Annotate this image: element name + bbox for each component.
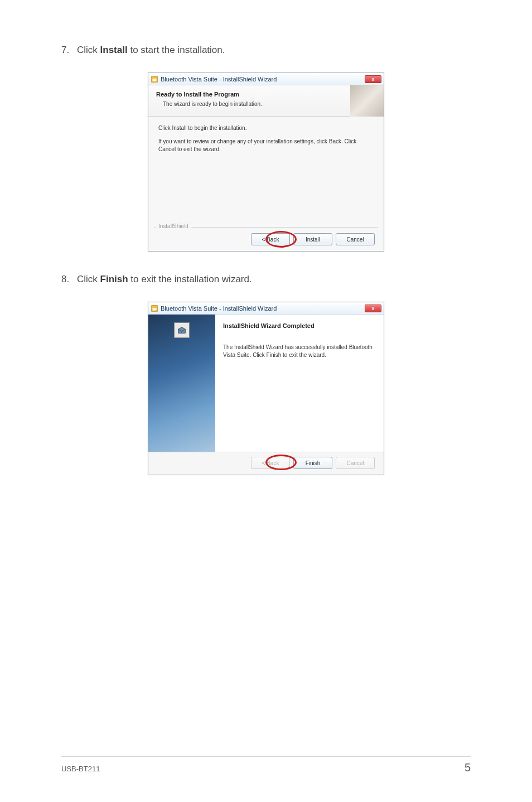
step-7-post: to start the installation. bbox=[128, 45, 225, 55]
document-page: 7.Click Install to start the installatio… bbox=[0, 0, 532, 802]
cancel-button: Cancel bbox=[336, 457, 375, 469]
open-box-icon bbox=[174, 322, 190, 338]
step-7-text: 7.Click Install to start the installatio… bbox=[61, 45, 471, 56]
finish-button[interactable]: Finish bbox=[293, 457, 332, 469]
back-button: < Back bbox=[251, 457, 290, 469]
screenshot-2-wrap: Bluetooth Vista Suite - InstallShield Wi… bbox=[61, 302, 471, 475]
titlebar: Bluetooth Vista Suite - InstallShield Wi… bbox=[148, 73, 384, 85]
step-8-bold: Finish bbox=[100, 274, 128, 284]
page-footer: USB-BT211 5 bbox=[61, 756, 471, 774]
dialog1-title: Bluetooth Vista Suite - InstallShield Wi… bbox=[161, 76, 365, 83]
completed-title: InstallShield Wizard Completed bbox=[223, 322, 376, 329]
close-icon[interactable]: x bbox=[365, 305, 381, 312]
svg-rect-3 bbox=[153, 308, 157, 310]
wizard-side-graphic bbox=[148, 315, 215, 452]
dialog1-button-row-wrap: < Back Install Cancel bbox=[154, 233, 378, 245]
dialog1-body: Click Install to begin the installation.… bbox=[148, 117, 384, 223]
dialog2-body: InstallShield Wizard Completed The Insta… bbox=[148, 315, 384, 452]
screenshot-1-wrap: Bluetooth Vista Suite - InstallShield Wi… bbox=[61, 73, 471, 252]
titlebar-2: Bluetooth Vista Suite - InstallShield Wi… bbox=[148, 302, 384, 315]
step-8: 8.Click Finish to exit the installation … bbox=[61, 274, 471, 285]
completed-body: The InstallShield Wizard has successfull… bbox=[223, 344, 376, 359]
footer-divider: InstallShield bbox=[154, 227, 378, 228]
dialog2-title: Bluetooth Vista Suite - InstallShield Wi… bbox=[161, 305, 365, 312]
dialog2-footer: < Back Finish Cancel bbox=[148, 452, 384, 475]
dialog1-body-line1: Click Install to begin the installation. bbox=[158, 124, 374, 132]
step-8-post: to exit the installation wizard. bbox=[128, 274, 252, 284]
dialog2-content: InstallShield Wizard Completed The Insta… bbox=[215, 315, 384, 452]
header-graphic bbox=[350, 85, 384, 117]
footer-left: USB-BT211 bbox=[61, 765, 100, 773]
back-button[interactable]: < Back bbox=[251, 233, 290, 245]
svg-rect-1 bbox=[153, 79, 157, 81]
dialog1-footer: InstallShield < Back Install Cancel bbox=[148, 223, 384, 251]
dialog1-header-sub: The wizard is ready to begin installatio… bbox=[156, 101, 376, 107]
install-dialog-ready: Bluetooth Vista Suite - InstallShield Wi… bbox=[148, 73, 384, 252]
step-7-bold: Install bbox=[100, 45, 128, 55]
dialog1-header-title: Ready to Install the Program bbox=[156, 91, 376, 98]
dialog2-button-row: < Back Finish Cancel bbox=[154, 457, 378, 469]
install-button[interactable]: Install bbox=[293, 233, 332, 245]
footer-row: USB-BT211 5 bbox=[61, 761, 471, 774]
close-icon[interactable]: x bbox=[365, 75, 381, 83]
page-number: 5 bbox=[465, 761, 471, 774]
cancel-button[interactable]: Cancel bbox=[336, 233, 375, 245]
dialog1-body-line2: If you want to review or change any of y… bbox=[158, 138, 374, 153]
step-8-number: 8. bbox=[61, 274, 77, 285]
installer-icon bbox=[151, 75, 158, 83]
installer-icon bbox=[151, 305, 158, 312]
dialog1-button-row: < Back Install Cancel bbox=[154, 233, 378, 245]
dialog1-header: Ready to Install the Program The wizard … bbox=[148, 85, 384, 117]
step-7-number: 7. bbox=[61, 45, 77, 56]
step-8-text: 8.Click Finish to exit the installation … bbox=[61, 274, 471, 285]
step-8-pre: Click bbox=[77, 274, 100, 284]
install-dialog-completed: Bluetooth Vista Suite - InstallShield Wi… bbox=[148, 302, 384, 475]
footer-divider bbox=[61, 756, 471, 757]
step-7: 7.Click Install to start the installatio… bbox=[61, 45, 471, 56]
step-7-pre: Click bbox=[77, 45, 100, 55]
dialog2-button-row-wrap: < Back Finish Cancel bbox=[154, 457, 378, 469]
installshield-brand: InstallShield bbox=[156, 223, 191, 229]
